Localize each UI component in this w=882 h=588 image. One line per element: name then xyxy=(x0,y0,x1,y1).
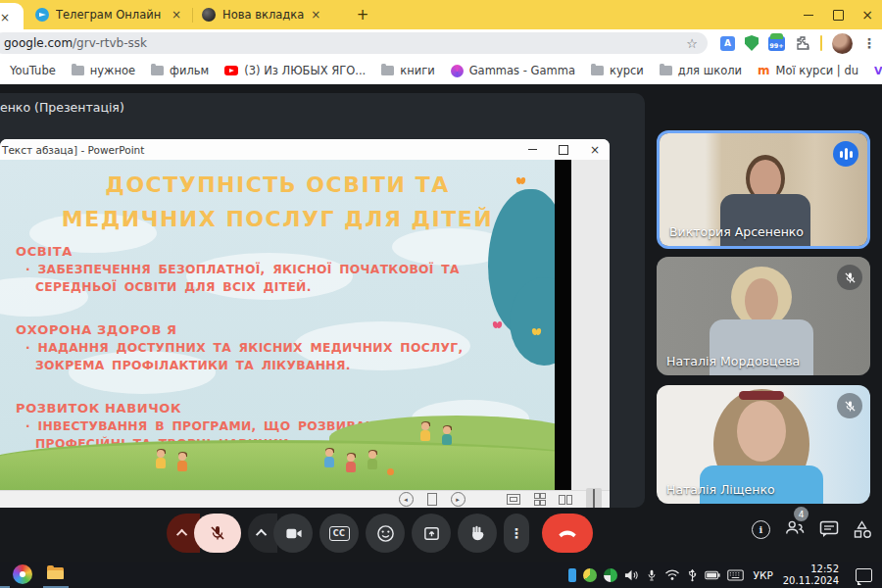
participant-name: Виктория Арсененко xyxy=(669,224,804,239)
window-minimize-button[interactable] xyxy=(794,0,823,29)
more-options-button[interactable]: ⋮ xyxy=(504,514,529,553)
sunglasses-on-head xyxy=(739,391,784,400)
camera-icon xyxy=(284,524,303,543)
folder-icon xyxy=(72,66,84,75)
tab-label: Нова вкладка xyxy=(222,8,304,22)
activities-button[interactable] xyxy=(853,519,872,539)
adblock-shield-icon[interactable] xyxy=(745,35,759,51)
camera-toggle-button[interactable] xyxy=(273,514,313,553)
reading-view-button[interactable] xyxy=(559,495,572,505)
bookmark-star-icon[interactable]: ☆ xyxy=(686,36,698,51)
meet-panels-dock: i 4 xyxy=(752,518,872,540)
extension-badge-count: 99+ xyxy=(768,42,785,50)
translate-extension-icon[interactable]: A xyxy=(720,36,735,51)
browser-menu-icon[interactable]: ⋮ xyxy=(862,35,876,51)
slide-canvas: ДОСТУПНІСТЬ ОСВІТИ ТА МЕДИЧНИХ ПОСЛУГ ДЛ… xyxy=(0,160,555,490)
bookmark-item[interactable]: YouTube xyxy=(2,64,56,77)
next-slide-button[interactable]: ▸ xyxy=(451,492,466,507)
screen: × Телеграм Онлайн (неофициал × Нова вкла… xyxy=(0,0,882,588)
slide-section: ОХОРОНА ЗДОРОВ Я НАДАННЯ ДОСТУПНИХ ТА ЯК… xyxy=(16,322,517,374)
previous-slide-button[interactable]: ◂ xyxy=(399,492,414,507)
app-tray-icon[interactable] xyxy=(583,568,597,582)
youtube-icon xyxy=(224,66,238,75)
participant-tile-natalia-l[interactable]: Наталія Ліщенко xyxy=(657,385,870,504)
bookmark-folder[interactable]: нужное xyxy=(72,64,135,77)
phone-tray-icon[interactable] xyxy=(568,568,576,582)
bookmark-item[interactable]: mМої курси | du xyxy=(758,64,858,77)
people-panel-button[interactable]: 4 xyxy=(784,518,806,540)
annotation-pen-button[interactable] xyxy=(427,493,437,506)
person-face xyxy=(737,401,786,462)
child-illustration xyxy=(155,450,167,469)
meeting-info-button[interactable]: i xyxy=(752,520,770,539)
keyboard-icon[interactable] xyxy=(727,569,744,581)
tab-new-tab[interactable]: Нова вкладка × xyxy=(194,0,346,29)
present-screen-button[interactable] xyxy=(412,514,451,553)
window-close-button[interactable]: × xyxy=(853,0,882,29)
bookmark-item[interactable]: VСверхбыстрый и п... xyxy=(874,64,882,77)
raise-hand-button[interactable] xyxy=(458,514,497,553)
mic-toggle-button[interactable] xyxy=(194,514,241,553)
presentation-tile[interactable]: енко (Презентація) Текст абзаца] - Power… xyxy=(0,93,645,508)
address-bar[interactable]: google.com/grv-rtvb-ssk ☆ xyxy=(0,32,708,54)
close-tab-icon[interactable]: × xyxy=(172,9,181,21)
maximize-icon xyxy=(833,10,844,21)
ppt-close-button[interactable]: × xyxy=(580,139,610,160)
bookmark-folder[interactable]: книги xyxy=(381,64,434,77)
reactions-button[interactable] xyxy=(366,514,405,553)
child-illustration xyxy=(323,449,335,468)
color-wheel-app-icon[interactable] xyxy=(13,564,32,584)
bookmark-folder[interactable]: курси xyxy=(591,64,644,77)
slideshow-view-button[interactable] xyxy=(586,488,602,508)
browser-tab-bar: × Телеграм Онлайн (неофициал × Нова вкла… xyxy=(0,0,882,29)
extension-badge-icon[interactable]: 99+ xyxy=(768,36,785,51)
usb-icon[interactable] xyxy=(687,568,698,582)
bookmark-folder[interactable]: фильм xyxy=(151,64,209,77)
extensions-puzzle-icon[interactable] xyxy=(795,35,810,51)
antivirus-tray-icon[interactable] xyxy=(604,568,617,582)
taskbar-date: 20.11.2024 xyxy=(783,575,839,587)
close-tab-icon[interactable]: × xyxy=(311,9,320,21)
new-tab-button[interactable]: + xyxy=(353,5,372,24)
tab-label: Телеграм Онлайн (неофициал xyxy=(56,8,165,22)
end-call-button[interactable] xyxy=(542,514,593,553)
action-center-icon[interactable] xyxy=(856,568,872,582)
present-icon xyxy=(422,524,441,543)
mic-off-icon xyxy=(209,524,226,542)
ppt-minimize-button[interactable] xyxy=(517,139,547,160)
participant-tile-natalia-m[interactable]: Наталія Мордовцева xyxy=(657,257,870,375)
gamma-icon xyxy=(451,65,464,77)
mic-control-group xyxy=(167,514,241,553)
letterbox-strip xyxy=(555,160,571,490)
speaker-icon[interactable] xyxy=(624,568,639,582)
bookmark-folder[interactable]: для школи xyxy=(660,64,742,77)
bookmark-item[interactable]: Gammas - Gamma xyxy=(451,64,575,77)
tab-active-stub[interactable]: × xyxy=(0,3,24,29)
chat-panel-button[interactable] xyxy=(819,520,839,538)
smiley-icon xyxy=(376,524,395,543)
meet-controls: CC xyxy=(167,514,593,553)
microphone-tray-icon[interactable] xyxy=(646,568,658,582)
participant-tile-viktoria[interactable]: Виктория Арсененко xyxy=(657,130,870,249)
captions-button[interactable]: CC xyxy=(319,514,359,553)
wifi-icon[interactable] xyxy=(664,568,680,581)
slide-sorter-view-button[interactable] xyxy=(534,493,546,507)
profile-avatar[interactable] xyxy=(832,33,853,54)
bookmarks-bar: YouTube нужное фильм (3) Из ЛЮБЫХ ЯГО...… xyxy=(0,57,882,84)
grass-illustration xyxy=(0,440,555,490)
language-indicator[interactable]: УКР xyxy=(751,569,776,581)
close-tab-icon[interactable]: × xyxy=(0,3,18,32)
end-call-icon xyxy=(557,522,578,544)
file-explorer-icon[interactable] xyxy=(47,567,64,579)
tab-telegram[interactable]: Телеграм Онлайн (неофициал × xyxy=(27,0,189,29)
battery-icon[interactable] xyxy=(705,570,720,580)
url-host: google.com xyxy=(4,36,73,50)
window-maximize-button[interactable] xyxy=(823,0,853,29)
taskbar-clock[interactable]: 12:52 20.11.2024 xyxy=(783,564,839,586)
ppt-maximize-button[interactable] xyxy=(549,139,578,160)
site-favicon-icon xyxy=(202,8,216,22)
bookmark-item[interactable]: (3) Из ЛЮБЫХ ЯГО... xyxy=(224,64,366,77)
more-dots-icon: ⋮ xyxy=(510,525,523,541)
normal-view-button[interactable] xyxy=(507,494,520,505)
audio-activity-icon xyxy=(833,141,858,167)
